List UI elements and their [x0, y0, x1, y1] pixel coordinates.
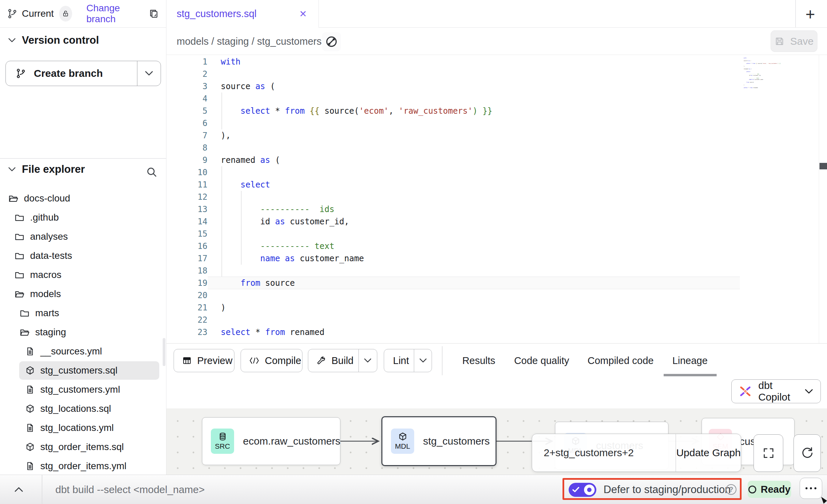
file-tree-item[interactable]: data-tests	[0, 246, 166, 265]
status-label: Ready	[761, 484, 790, 495]
refresh-button[interactable]	[794, 434, 821, 472]
copy-branch-icon[interactable]	[148, 8, 159, 19]
file-tree-item[interactable]: macros	[0, 265, 166, 284]
code-line[interactable]: 11 select	[166, 179, 827, 191]
file-tree-item[interactable]: models	[0, 284, 166, 304]
folder-icon	[19, 308, 30, 318]
tab-results[interactable]: Results	[462, 344, 496, 378]
tab-stg-customers-sql[interactable]: stg_customers.sql ✕	[166, 0, 319, 28]
code-text: source as (	[221, 80, 275, 93]
compile-label: Compile	[262, 355, 304, 366]
change-branch-link[interactable]: Change branch	[86, 3, 139, 25]
file-tree-item[interactable]: __sources.yml	[0, 342, 166, 361]
code-line[interactable]: 6	[166, 117, 827, 129]
chevron-up-icon[interactable]	[12, 484, 26, 495]
code-line[interactable]: 13 ---------- ids	[166, 203, 827, 215]
fullscreen-button[interactable]	[754, 434, 783, 472]
file-name: macros	[30, 269, 62, 280]
code-line[interactable]: 3source as (	[166, 80, 827, 93]
save-button[interactable]: Save	[771, 30, 817, 52]
code-line[interactable]: 16 ---------- text	[166, 240, 827, 252]
file-tree-item[interactable]: stg_customers.yml	[0, 380, 166, 399]
code-line[interactable]: 20	[166, 289, 827, 302]
lineage-filter-input[interactable]	[532, 434, 676, 472]
code-line[interactable]: 9renamed as (	[166, 154, 827, 166]
code-line[interactable]: 14 id as customer_id,	[166, 215, 827, 228]
create-branch-dropdown[interactable]	[137, 61, 161, 86]
code-text: id as customer_id,	[221, 215, 349, 228]
divider	[442, 346, 443, 375]
code-line[interactable]: 1with	[166, 56, 827, 68]
line-number: 9	[166, 154, 207, 166]
sidebar-scrollbar[interactable]	[163, 338, 165, 366]
fullscreen-icon	[762, 447, 775, 460]
code-editor[interactable]: with source as ( select * from {{ source…	[166, 55, 827, 343]
file-tree-item[interactable]: stg_order_items.sql	[0, 437, 166, 457]
create-branch-button[interactable]: Create branch	[5, 61, 161, 86]
code-line[interactable]: 22	[166, 314, 827, 326]
more-options-button[interactable]	[800, 478, 822, 499]
search-icon[interactable]	[146, 166, 158, 178]
node-label: cus	[740, 436, 756, 447]
file-tree-item[interactable]: staging	[0, 323, 166, 342]
dbt-copilot-button[interactable]: dbt Copilot	[731, 379, 821, 403]
code-line[interactable]: 7),	[166, 129, 827, 142]
toggle-knob	[584, 485, 595, 495]
lint-dropdown[interactable]	[414, 349, 432, 372]
lint-button[interactable]: Lint	[384, 349, 432, 372]
code-line[interactable]: 19 from source	[166, 277, 827, 289]
divider	[795, 0, 796, 28]
code-line[interactable]: 18	[166, 265, 827, 277]
chevron-down-icon	[8, 167, 16, 172]
code-line[interactable]: 12	[166, 191, 827, 203]
create-branch-main[interactable]: Create branch	[6, 61, 137, 86]
line-number: 7	[166, 129, 207, 142]
code-line[interactable]: 15	[166, 228, 827, 240]
lineage-filter-bar: Update Graph	[532, 434, 741, 472]
line-number: 5	[166, 105, 207, 117]
help-icon[interactable]: ?	[726, 484, 736, 495]
new-tab-button[interactable]: +	[801, 5, 820, 23]
preview-button[interactable]: Preview	[174, 349, 234, 372]
lineage-node-source[interactable]: SRC ecom.raw_customers	[202, 417, 340, 465]
lineage-canvas[interactable]: SRC ecom.raw_customers MDL stg_customers…	[166, 408, 827, 475]
file-explorer-header[interactable]: File explorer	[8, 163, 85, 176]
tab-compiled-code[interactable]: Compiled code	[587, 344, 653, 378]
code-line[interactable]: 2	[166, 68, 827, 80]
folder-open-icon	[8, 193, 18, 204]
lineage-compass-icon[interactable]	[322, 32, 341, 51]
close-icon[interactable]: ✕	[299, 9, 307, 19]
code-line[interactable]: 8	[166, 142, 827, 154]
code-line[interactable]: 4	[166, 93, 827, 105]
file-tree-item[interactable]: stg_order_items.yml	[0, 457, 166, 476]
file-tree-item[interactable]: .github	[0, 208, 166, 227]
database-icon	[218, 432, 227, 441]
code-line[interactable]: 23select * from renamed	[166, 326, 827, 338]
status-bar: Defer to staging/production ? Ready	[0, 475, 827, 504]
compile-button[interactable]: Compile	[241, 349, 302, 372]
lineage-node-stg-customers[interactable]: MDL stg_customers	[381, 416, 497, 466]
command-input[interactable]	[55, 481, 356, 498]
tab-lineage[interactable]: Lineage	[672, 344, 707, 378]
code-line[interactable]: 17 name as customer_name	[166, 252, 827, 265]
line-number: 22	[166, 314, 207, 326]
update-graph-button[interactable]: Update Graph	[676, 434, 741, 472]
build-button[interactable]: Build	[308, 349, 377, 372]
defer-toggle[interactable]	[569, 483, 596, 497]
code-line[interactable]: 5 select * from {{ source('ecom', 'raw_c…	[166, 105, 827, 117]
line-number: 23	[166, 326, 207, 338]
file-tree-item[interactable]: stg_locations.yml	[0, 418, 166, 437]
code-line[interactable]: 21)	[166, 302, 827, 314]
badge-label: SRC	[215, 442, 230, 450]
version-control-header[interactable]: Version control	[8, 34, 99, 46]
tab-code-quality[interactable]: Code quality	[514, 344, 569, 378]
build-dropdown[interactable]	[359, 349, 377, 372]
file-tree-item[interactable]: stg_customers.sql	[0, 361, 166, 380]
file-tree-item[interactable]: marts	[0, 304, 166, 323]
file-tree-item[interactable]: analyses	[0, 227, 166, 246]
file-name: stg_customers.sql	[40, 365, 118, 376]
file-tree-item[interactable]: stg_locations.sql	[0, 399, 166, 418]
code-line[interactable]: 10	[166, 166, 827, 179]
file-tree-item[interactable]: docs-cloud	[0, 189, 166, 208]
model-badge: MDL	[391, 429, 414, 454]
